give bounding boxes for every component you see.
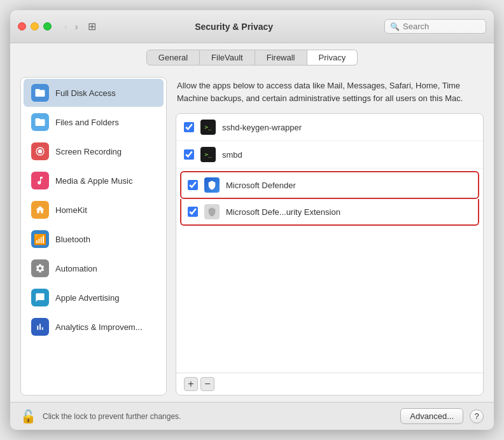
search-box: 🔍 — [384, 19, 486, 34]
full-disk-access-icon — [31, 84, 49, 102]
defender-label: Microsoft Defender — [226, 181, 296, 190]
sidebar-item-automation[interactable]: Automation — [24, 254, 164, 282]
tab-filevault[interactable]: FileVault — [200, 50, 255, 65]
close-button[interactable] — [18, 22, 26, 31]
smbd-label: smbd — [222, 150, 242, 160]
add-button[interactable]: + — [184, 377, 198, 391]
screen-recording-icon — [31, 142, 49, 160]
window-title: Security & Privacy — [96, 22, 372, 32]
traffic-lights — [18, 22, 52, 31]
lock-text: Click the lock to prevent further change… — [43, 412, 394, 421]
defender-icon — [204, 177, 220, 193]
app-row-defender: Microsoft Defender — [181, 172, 478, 198]
sidebar-item-homekit[interactable]: HomeKit — [24, 196, 164, 224]
media-apple-music-icon — [31, 172, 49, 189]
description-text: Allow the apps below to access data like… — [176, 77, 484, 107]
sidebar-item-media-apple-music[interactable]: Media & Apple Music — [24, 167, 164, 195]
automation-icon — [31, 259, 49, 277]
homekit-icon — [31, 201, 49, 219]
list-actions: + − — [176, 373, 483, 395]
defender-checkbox[interactable] — [188, 180, 198, 190]
sidebar-item-full-disk-access[interactable]: Full Disk Access — [24, 79, 164, 107]
nav-arrows: ‹ › — [62, 20, 80, 33]
analytics-icon — [31, 318, 49, 336]
sshd-label: sshd-keygen-wrapper — [222, 123, 302, 132]
help-button[interactable]: ? — [470, 409, 484, 423]
advanced-button[interactable]: Advanced... — [400, 408, 463, 424]
remove-button[interactable]: − — [200, 377, 214, 391]
defender-highlighted-row: Microsoft Defender — [180, 171, 479, 199]
lock-icon[interactable]: 🔓 — [20, 409, 36, 424]
sidebar-label-screen-recording: Screen Recording — [55, 147, 122, 156]
app-row-sshd: >_ sshd-keygen-wrapper — [176, 114, 483, 141]
main-window: ‹ › ⊞ Security & Privacy 🔍 General FileV… — [10, 10, 494, 430]
sidebar-label-full-disk-access: Full Disk Access — [55, 88, 116, 98]
titlebar: ‹ › ⊞ Security & Privacy 🔍 — [10, 10, 494, 43]
forward-button[interactable]: › — [73, 20, 81, 33]
sidebar-item-files-and-folders[interactable]: Files and Folders — [24, 108, 164, 136]
sshd-icon: >_ — [200, 120, 216, 135]
bluetooth-icon: 📶 — [31, 230, 49, 248]
files-and-folders-icon — [31, 113, 49, 131]
extension-highlighted-row: Microsoft Defe...urity Extension — [180, 199, 479, 226]
maximize-button[interactable] — [43, 22, 52, 31]
sidebar-label-media-apple-music: Media & Apple Music — [55, 176, 132, 186]
apps-list: >_ sshd-keygen-wrapper >_ smbd — [176, 114, 483, 373]
sidebar-item-apple-advertising[interactable]: Apple Advertising — [24, 284, 164, 312]
svg-point-1 — [38, 149, 43, 154]
app-row-extension: Microsoft Defe...urity Extension — [181, 199, 478, 224]
extension-label: Microsoft Defe...urity Extension — [226, 207, 340, 217]
sshd-checkbox[interactable] — [184, 122, 194, 132]
tab-general[interactable]: General — [146, 50, 200, 65]
search-input[interactable] — [403, 22, 479, 31]
sidebar: Full Disk Access Files and Folders — [20, 77, 167, 395]
back-button[interactable]: ‹ — [62, 20, 70, 33]
sidebar-item-analytics[interactable]: Analytics & Improvem... — [24, 313, 164, 341]
minimize-button[interactable] — [31, 22, 39, 31]
sidebar-item-bluetooth[interactable]: 📶 Bluetooth — [24, 225, 164, 253]
tabs-bar: General FileVault Firewall Privacy — [10, 43, 494, 71]
smbd-icon: >_ — [200, 147, 216, 162]
apple-advertising-icon — [31, 289, 49, 306]
extension-icon — [204, 204, 220, 219]
sidebar-label-analytics: Analytics & Improvem... — [55, 322, 143, 332]
sidebar-item-screen-recording[interactable]: Screen Recording — [24, 137, 164, 165]
sidebar-label-automation: Automation — [55, 264, 97, 273]
sidebar-label-homekit: HomeKit — [55, 205, 87, 215]
sidebar-label-bluetooth: Bluetooth — [55, 235, 90, 244]
grid-icon[interactable]: ⊞ — [88, 20, 96, 32]
content-area: Full Disk Access Files and Folders — [10, 71, 494, 402]
smbd-checkbox[interactable] — [184, 149, 194, 160]
tab-firewall[interactable]: Firewall — [255, 50, 307, 65]
sidebar-label-files-and-folders: Files and Folders — [55, 118, 119, 127]
search-icon: 🔍 — [390, 22, 400, 31]
sidebar-label-apple-advertising: Apple Advertising — [55, 293, 119, 303]
tab-privacy[interactable]: Privacy — [307, 50, 358, 65]
extension-checkbox[interactable] — [188, 207, 198, 217]
app-row-smbd: >_ smbd — [176, 141, 483, 168]
main-panel: Allow the apps below to access data like… — [176, 77, 484, 395]
bottom-bar: 🔓 Click the lock to prevent further chan… — [10, 402, 494, 430]
apps-list-container: >_ sshd-keygen-wrapper >_ smbd — [176, 113, 484, 395]
